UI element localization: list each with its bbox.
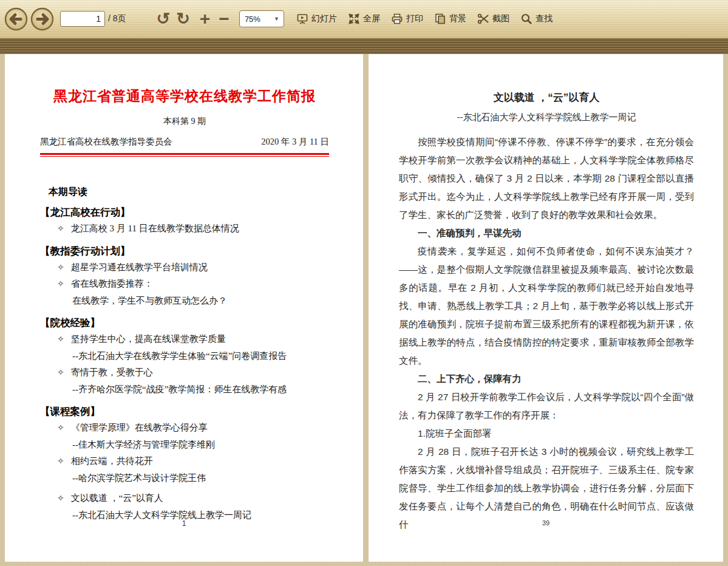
print-button[interactable]: 打印 [391,13,423,25]
list-item-text: 省在线教指委推荐： [71,276,153,293]
list-item-text: 龙江高校 3 月 11 日在线教学数据总体情况 [71,220,239,237]
issue-date: 2020 年 3 月 11 日 [261,136,329,148]
screenshot-label: 截图 [492,13,509,24]
paragraph: 1.院班子全面部署 [399,424,694,443]
paragraph: 疫情袭来，复学延迟，如何不负师者使命，如何不误东油英才？——这，是整个假期人文学… [399,242,694,370]
page-total-label: / 8页 [108,13,126,24]
chevron-down-icon: ▼ [274,16,284,22]
fullscreen-icon [348,13,360,25]
paragraph: 按照学校疫情期间“停课不停教、停课不停学”的要求，在充分领会学校开学前第一次教学… [399,133,694,224]
list-item: ✧ 超星学习通在线教学平台培训情况 [40,259,329,276]
document-viewport[interactable]: 黑龙江省普通高等学校在线教学工作简报 本科第 9 期 黑龙江省高校在线教学指导委… [0,54,728,566]
page-1: 黑龙江省普通高等学校在线教学工作简报 本科第 9 期 黑龙江省高校在线教学指导委… [5,54,363,562]
list-item-subtext: --佳木斯大学经济与管理学院李维刚 [40,437,329,454]
list-item: ✧ 省在线教指委推荐： [40,276,329,293]
screenshot-button[interactable]: 截图 [477,13,509,25]
diamond-bullet-icon: ✧ [57,364,64,381]
section-header: 【院校经验】 [40,315,329,331]
print-icon [391,13,403,25]
report-title: 黑龙江省普通高等学校在线教学工作简报 [40,87,329,106]
red-divider [40,153,329,157]
zoom-select[interactable]: 75% ▼ [239,10,284,27]
list-item-text: 坚持学生中心，提高在线课堂教学质量 [71,331,226,348]
list-item: ✧ 坚持学生中心，提高在线课堂教学质量 [40,331,329,348]
list-item: ✧ 龙江高校 3 月 11 日在线教学数据总体情况 [40,220,329,237]
list-item-subtext: --哈尔滨学院艺术与设计学院王伟 [40,470,329,487]
background-button[interactable]: 背景 [434,13,466,25]
list-item-text: 《管理学原理》在线教学心得分享 [71,420,208,437]
article-title: 文以载道 ，“云”以育人 [399,90,694,104]
list-item-text: 超星学习通在线教学平台培训情况 [71,259,208,276]
guide-title: 本期导读 [49,186,329,199]
fullscreen-label: 全屏 [363,13,380,24]
background-label: 背景 [449,13,466,24]
slideshow-icon [296,13,308,25]
list-item: ✧ 相约云端，共待花开 [40,453,329,470]
list-item: ✧ 文以载道 ，“云”以育人 [40,490,329,507]
article-subtitle: --东北石油大学人文科学学院线上教学一周记 [399,112,694,123]
diamond-bullet-icon: ✧ [57,490,64,507]
rotate-cw-icon[interactable]: ↻ [176,11,190,27]
diamond-bullet-icon: ✧ [57,259,64,276]
list-item: ✧ 寄情于教，受教于心 [40,364,329,381]
background-layers-icon [434,13,446,25]
forward-button[interactable] [30,7,54,31]
page-number-right: 39 [369,519,723,527]
section-header: 【教指委行动计划】 [40,243,329,259]
toolbar: / 8页 ↺ ↻ + − 75% ▼ 幻灯片 全屏 [0,0,728,38]
fullscreen-button[interactable]: 全屏 [348,13,380,25]
page-number-input[interactable] [60,11,105,27]
section-header: 【龙江高校在行动】 [40,204,329,220]
diamond-bullet-icon: ✧ [57,453,64,470]
search-icon [520,13,532,25]
zoom-out-button[interactable]: − [219,10,230,28]
section-heading: 二、上下齐心，保障有力 [399,370,694,388]
toolbar-shadow-band [0,38,728,54]
list-item-subtext: --齐齐哈尔医学院“战疫”教学简报：师生在线教学有感 [40,381,329,398]
section-heading: 一、准确预判，早谋先动 [399,224,694,242]
diamond-bullet-icon: ✧ [57,420,64,437]
diamond-bullet-icon: ✧ [57,220,64,237]
issue-number: 本科第 9 期 [40,116,329,127]
diamond-bullet-icon: ✧ [57,276,64,293]
slideshow-button[interactable]: 幻灯片 [296,13,337,25]
list-item: ✧ 《管理学原理》在线教学心得分享 [40,420,329,437]
list-item-subtext: --东北石油大学在线教学学生体验“云端”问卷调查报告 [40,348,329,365]
list-item-text: 文以载道 ，“云”以育人 [71,490,163,507]
diamond-bullet-icon: ✧ [57,331,64,348]
section-header: 【课程案例】 [40,403,329,420]
page-39: 文以载道 ，“云”以育人 --东北石油大学人文科学学院线上教学一周记 按照学校疫… [369,54,723,562]
slideshow-label: 幻灯片 [311,13,337,24]
issuing-organization: 黑龙江省高校在线教学指导委员会 [40,136,172,148]
zoom-in-button[interactable]: + [200,10,211,28]
back-button[interactable] [4,7,28,31]
list-item-text: 寄情于教，受教于心 [71,364,153,381]
paragraph: 2 月 27 日校开学前教学工作会议后，人文科学学院以“四个全面”做法，有力保障… [399,388,694,424]
list-item-subtext: 在线教学，学生不与教师互动怎么办？ [40,293,329,310]
print-label: 打印 [406,13,423,24]
list-item-text: 相约云端，共待花开 [71,453,153,470]
find-label: 查找 [536,13,553,24]
zoom-value: 75% [240,15,274,24]
rotate-ccw-icon[interactable]: ↺ [157,11,171,27]
scissors-icon [477,13,489,25]
page-number-left: 1 [5,519,363,528]
find-button[interactable]: 查找 [520,13,553,25]
